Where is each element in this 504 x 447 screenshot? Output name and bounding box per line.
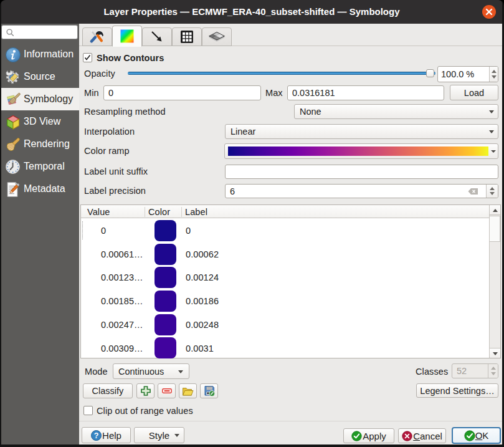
svg-text:?: ? (94, 431, 99, 440)
